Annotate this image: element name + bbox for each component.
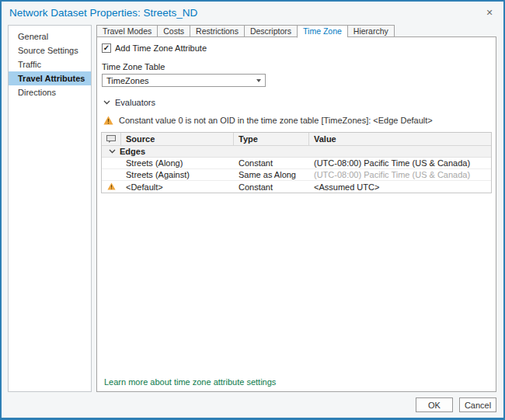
table-row[interactable]: Streets (Against) Same as Along (UTC-08:…: [102, 169, 491, 181]
learn-more-link[interactable]: Learn more about time zone attribute set…: [104, 377, 276, 387]
evaluators-label: Evaluators: [115, 98, 155, 107]
table-row[interactable]: <Default> Constant <Assumed UTC>: [102, 181, 491, 193]
evaluators-grid: Source Type Value Edges Streets (Along) …: [101, 132, 492, 193]
checkbox-checked-icon: ✓: [103, 43, 110, 52]
sidebar-item-general[interactable]: General: [9, 30, 91, 43]
add-time-zone-attribute-checkbox[interactable]: ✓: [102, 43, 111, 53]
close-icon[interactable]: ✕: [483, 6, 496, 19]
tab-costs[interactable]: Costs: [157, 25, 190, 37]
row-warning-cell: [102, 181, 121, 193]
grid-header: Source Type Value: [102, 133, 491, 146]
type-column-header[interactable]: Type: [234, 133, 309, 145]
row-type: Same as Along: [234, 169, 309, 180]
value-column-header[interactable]: Value: [309, 133, 491, 145]
warning-text: Constant value 0 is not an OID in the ti…: [119, 116, 433, 125]
row-message-cell: [102, 158, 121, 168]
tab-descriptors[interactable]: Descriptors: [244, 25, 297, 37]
add-time-zone-attribute-row: ✓ Add Time Zone Attribute: [102, 43, 492, 53]
warning-icon: [107, 182, 116, 192]
row-source: Streets (Against): [121, 169, 234, 180]
message-column-header[interactable]: [102, 133, 121, 145]
row-value: (UTC-08:00) Pacific Time (US & Canada): [309, 169, 491, 180]
main-area: Travel Modes Costs Restrictions Descript…: [96, 25, 496, 392]
comment-icon: [106, 135, 116, 143]
sidebar-item-source-settings[interactable]: Source Settings: [9, 43, 91, 57]
row-message-cell: [102, 169, 121, 180]
add-time-zone-attribute-label: Add Time Zone Attribute: [115, 43, 207, 53]
evaluator-warning-message: Constant value 0 is not an OID in the ti…: [103, 116, 492, 125]
footer-buttons: OK Cancel: [416, 397, 496, 412]
table-row[interactable]: Streets (Along) Constant (UTC-08:00) Pac…: [102, 158, 491, 169]
source-column-header[interactable]: Source: [121, 133, 234, 145]
edges-group-row[interactable]: Edges: [102, 146, 491, 158]
tab-strip: Travel Modes Costs Restrictions Descript…: [96, 25, 496, 37]
tab-restrictions[interactable]: Restrictions: [190, 25, 244, 37]
time-zone-table-value: TimeZones: [106, 76, 149, 85]
row-source: <Default>: [121, 181, 234, 193]
title-bar: Network Dataset Properties: Streets_ND ✕: [2, 2, 503, 23]
edges-group-label: Edges: [120, 147, 145, 156]
chevron-down-icon: [109, 149, 116, 154]
row-value: <Assumed UTC>: [309, 181, 491, 193]
sidebar: General Source Settings Traffic Travel A…: [8, 25, 92, 392]
time-zone-tab-panel: ✓ Add Time Zone Attribute Time Zone Tabl…: [96, 36, 496, 392]
cancel-button[interactable]: Cancel: [459, 397, 496, 412]
sidebar-item-traffic[interactable]: Traffic: [9, 57, 91, 71]
tab-hierarchy[interactable]: Hierarchy: [347, 25, 395, 37]
tab-travel-modes[interactable]: Travel Modes: [96, 25, 157, 37]
evaluators-section-header[interactable]: Evaluators: [103, 98, 492, 107]
ok-button[interactable]: OK: [416, 397, 453, 412]
warning-icon: [103, 116, 113, 125]
row-source: Streets (Along): [121, 158, 234, 168]
dialog-title: Network Dataset Properties: Streets_ND: [9, 7, 197, 19]
row-type: Constant: [234, 181, 309, 193]
row-type: Constant: [234, 158, 309, 168]
network-dataset-properties-dialog: Network Dataset Properties: Streets_ND ✕…: [0, 0, 505, 420]
time-zone-table-combobox[interactable]: TimeZones: [102, 74, 266, 87]
row-value: (UTC-08:00) Pacific Time (US & Canada): [309, 158, 491, 168]
chevron-down-icon: [103, 100, 110, 105]
tab-time-zone[interactable]: Time Zone: [297, 25, 347, 38]
sidebar-item-travel-attributes[interactable]: Travel Attributes: [9, 71, 91, 85]
sidebar-item-directions[interactable]: Directions: [9, 85, 91, 99]
time-zone-table-label: Time Zone Table: [102, 62, 492, 71]
chevron-down-icon: [256, 79, 261, 82]
